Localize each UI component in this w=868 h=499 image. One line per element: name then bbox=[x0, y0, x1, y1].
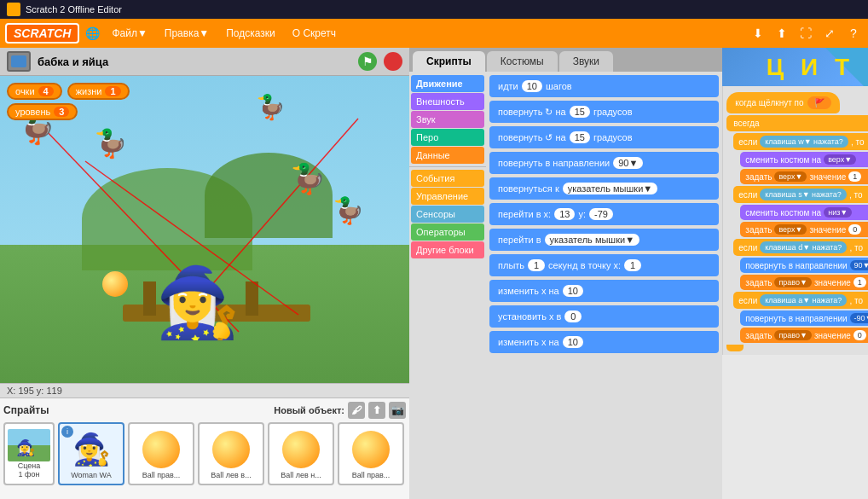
if-block-d[interactable]: если клавиша d▼ нажата? , то bbox=[733, 239, 868, 256]
sprite-thumb-image: 🧙‍♀️ bbox=[66, 428, 117, 471]
category-motion[interactable]: Движение bbox=[411, 75, 484, 92]
data-action-w[interactable]: задать верх▼ значение 1 bbox=[740, 169, 868, 184]
green-flag-button[interactable]: ⚑ bbox=[358, 52, 377, 71]
tab-sounds[interactable]: Звуки bbox=[559, 51, 613, 72]
menubar: SCRATCH 🌐 Файл▼ Правка▼ Подсказки О Скре… bbox=[0, 19, 868, 48]
scene-thumbnail[interactable]: 🧙‍♀️ Сцена 1 фон bbox=[3, 422, 55, 485]
block-point-dir[interactable]: повернуть в направлении 90▼ bbox=[489, 152, 719, 174]
duck-sprite-3: 🦆 bbox=[290, 161, 326, 195]
costume-action-w[interactable]: сменить костюм на верх▼ bbox=[740, 152, 868, 167]
top-right-text: Ц И Т bbox=[767, 54, 854, 81]
costume-val-w: верх▼ bbox=[824, 154, 856, 165]
coord-bar: X: 195 y: 119 bbox=[0, 383, 409, 397]
menu-about[interactable]: О Скретч bbox=[286, 24, 343, 43]
fullscreen-icon[interactable]: ⛶ bbox=[796, 24, 815, 43]
key-condition-s: клавиша s▼ нажата? bbox=[760, 189, 847, 200]
monitor-lives: жизни 1 bbox=[67, 83, 130, 100]
sprite-thumb-ball2[interactable]: Ball лев в... bbox=[198, 422, 264, 485]
block-glide[interactable]: плыть 1 секунд в точку x: 1 bbox=[489, 254, 719, 276]
camera-sprite-button[interactable]: 📷 bbox=[389, 402, 406, 419]
sprite-thumb-image-ball3 bbox=[275, 428, 327, 471]
upload-icon[interactable]: ⬆ bbox=[773, 24, 791, 43]
block-list: идти 10 шагов повернуть ↻ на 15 градусов… bbox=[486, 72, 722, 499]
sprite-label-ball4: Ball прав... bbox=[350, 471, 392, 479]
fullscreen2-icon[interactable]: ⤢ bbox=[820, 24, 839, 43]
app-icon bbox=[7, 3, 20, 16]
scripts-area: Ц И Т когда щёлкнут по 🚩 всегда если кла… bbox=[722, 48, 868, 499]
stop-button[interactable] bbox=[384, 52, 402, 71]
stage-canvas: 🦆 🦆 🦆 🦆 🦆 🧙‍♀️ очки 4 жизни 1 bbox=[0, 76, 409, 383]
tab-scripts[interactable]: Скрипты bbox=[413, 51, 485, 72]
monitor-level: уровень 3 bbox=[7, 103, 78, 120]
costume-val-s: низ▼ bbox=[824, 207, 852, 218]
block-set-x[interactable]: установить х в 0 bbox=[489, 305, 719, 328]
stage-icon bbox=[7, 51, 31, 72]
scene-label: Сцена 1 фон bbox=[18, 461, 41, 479]
category-events[interactable]: События bbox=[411, 170, 484, 187]
category-data[interactable]: Данные bbox=[411, 147, 484, 164]
forever-end bbox=[726, 345, 744, 351]
stage-title: бабка и яйца bbox=[38, 55, 351, 68]
data-action-s[interactable]: задать верх▼ значение 0 bbox=[740, 222, 868, 237]
costume-action-s[interactable]: сменить костюм на низ▼ bbox=[740, 205, 868, 220]
forever-block[interactable]: всегда bbox=[726, 115, 868, 131]
sprite-thumb-ball3[interactable]: Ball лев н... bbox=[268, 422, 334, 485]
menu-edit[interactable]: Правка▼ bbox=[158, 24, 216, 43]
block-turn-left[interactable]: повернуть ↺ на 15 градусов bbox=[489, 126, 719, 148]
category-operators[interactable]: Операторы bbox=[411, 223, 484, 241]
block-move[interactable]: идти 10 шагов bbox=[489, 75, 719, 97]
hat-block[interactable]: когда щёлкнут по 🚩 bbox=[726, 92, 839, 113]
data-val-s: 0 bbox=[848, 224, 861, 235]
category-looks[interactable]: Внешность bbox=[411, 93, 484, 110]
toolbar-icons: ⬇ ⬆ ⛶ ⤢ ? bbox=[749, 24, 863, 43]
data-var-w: верх▼ bbox=[774, 171, 807, 182]
block-turn-right[interactable]: повернуть ↻ на 15 градусов bbox=[489, 101, 719, 123]
block-change-x2[interactable]: изменить х на 10 bbox=[489, 331, 719, 353]
sprite-thumb-woman[interactable]: i 🧙‍♀️ Woman WA bbox=[58, 422, 124, 485]
block-goto-xy[interactable]: перейти в x: 13 y: -79 bbox=[489, 203, 719, 225]
data-val-d: 1 bbox=[854, 277, 866, 287]
tab-costumes[interactable]: Костюмы bbox=[487, 51, 558, 72]
motion-action-d[interactable]: повернуть в направлении 90▼ bbox=[740, 258, 868, 273]
data-var-a: право▼ bbox=[774, 330, 811, 340]
category-sensing[interactable]: Сенсоры bbox=[411, 206, 484, 223]
monitors-row-1: очки 4 жизни 1 bbox=[7, 83, 130, 100]
if-block-s[interactable]: если клавиша s▼ нажата? , то bbox=[733, 186, 868, 203]
category-sound[interactable]: Звук bbox=[411, 111, 484, 128]
sprite-label-ball3: Ball лев н... bbox=[279, 471, 323, 479]
data-action-a[interactable]: задать право▼ значение 0 bbox=[740, 328, 868, 343]
sprite-panel-header: Спрайты Новый объект: 🖌 ⬆ 📷 bbox=[3, 402, 406, 419]
titlebar: Scratch 2 Offline Editor bbox=[0, 0, 868, 19]
upload-sprite-button[interactable]: ⬆ bbox=[368, 402, 385, 419]
download-icon[interactable]: ⬇ bbox=[749, 24, 767, 43]
hat-flag-indicator: 🚩 bbox=[807, 96, 831, 109]
block-change-x[interactable]: изменить х на 10 bbox=[489, 280, 719, 302]
if-block-a[interactable]: если клавиша a▼ нажата? , то bbox=[733, 292, 868, 309]
block-goto[interactable]: перейти в указатель мышки▼ bbox=[489, 229, 719, 251]
motion-action-a[interactable]: повернуть в направлении -90▼ bbox=[740, 310, 868, 326]
block-content: Движение Внешность Звук Перо Данные Собы… bbox=[409, 72, 722, 499]
category-control[interactable]: Управление bbox=[411, 188, 484, 205]
block-point-towards[interactable]: повернуться к указатель мышки▼ bbox=[489, 177, 719, 200]
paint-sprite-button[interactable]: 🖌 bbox=[348, 402, 365, 419]
app-title: Scratch 2 Offline Editor bbox=[26, 4, 122, 15]
sprite-thumb-ball1[interactable]: Ball прав... bbox=[128, 422, 194, 485]
sprite-thumb-image-ball4 bbox=[345, 428, 396, 471]
sprite-info-icon[interactable]: i bbox=[61, 426, 73, 438]
menu-file[interactable]: Файл▼ bbox=[105, 24, 153, 43]
sprites-label: Спрайты bbox=[3, 404, 49, 416]
globe-icon[interactable]: 🌐 bbox=[83, 24, 101, 43]
data-action-d[interactable]: задать право▼ значение 1 bbox=[740, 275, 868, 290]
data-var-d: право▼ bbox=[774, 277, 811, 287]
if-block-w[interactable]: если клавиша w▼ нажата? , то bbox=[733, 133, 868, 150]
help-icon[interactable]: ? bbox=[844, 24, 863, 43]
menu-hints[interactable]: Подсказки bbox=[219, 24, 282, 43]
coding-panel: когда щёлкнут по 🚩 всегда если клавиша w… bbox=[722, 48, 868, 355]
category-more[interactable]: Другие блоки bbox=[411, 241, 484, 258]
motion-val-d: 90▼ bbox=[850, 260, 868, 270]
stage-area: бабка и яйца ⚑ 🦆 🦆 🦆 bbox=[0, 48, 409, 499]
tabs-bar: Скрипты Костюмы Звуки bbox=[409, 48, 722, 72]
category-pen[interactable]: Перо bbox=[411, 129, 484, 146]
sprite-thumb-ball4[interactable]: Ball прав... bbox=[338, 422, 404, 485]
sprite-thumb-label: Woman WA bbox=[69, 471, 113, 479]
